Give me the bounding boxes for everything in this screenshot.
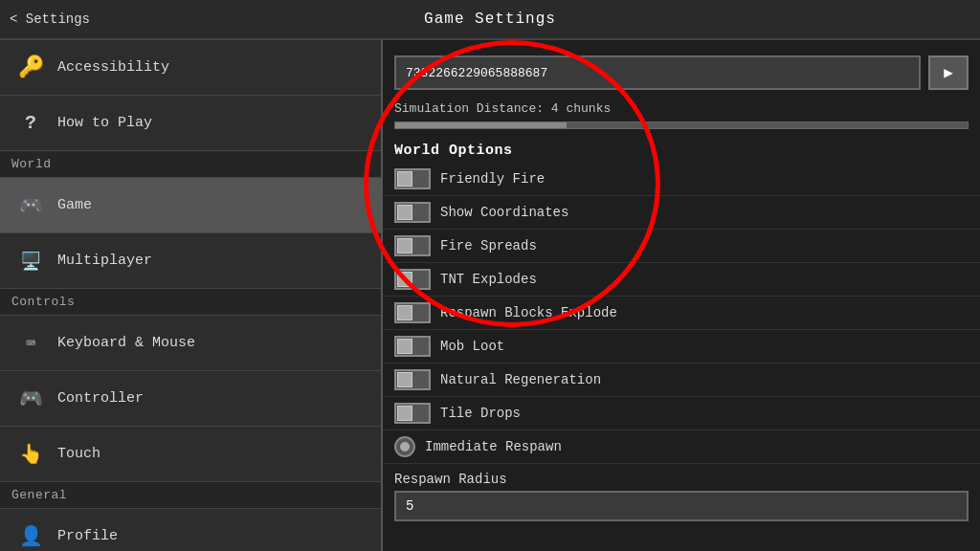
- sidebar-item-profile[interactable]: 👤 Profile: [0, 509, 381, 551]
- toggle-row-show-coordinates: Show Coordinates: [383, 196, 980, 230]
- respawn-blocks-explode-toggle[interactable]: [394, 302, 431, 323]
- sidebar-game-label: Game: [57, 197, 92, 213]
- sidebar-touch-label: Touch: [57, 446, 100, 462]
- tile-drops-toggle[interactable]: [394, 403, 431, 424]
- fire-spreads-label: Fire Spreads: [440, 238, 537, 253]
- show-coordinates-toggle[interactable]: [394, 202, 431, 223]
- touch-icon: 👆: [15, 439, 46, 470]
- sidebar-accessibility-label: Accessibility: [57, 59, 169, 76]
- toggle-row-mob-loot: Mob Loot: [383, 330, 980, 364]
- keyboard-icon: ⌨️: [15, 328, 46, 359]
- sidebar-section-world: World: [0, 151, 381, 178]
- tile-drops-label: Tile Drops: [440, 406, 521, 421]
- sidebar-section-general: General: [0, 482, 381, 509]
- main-layout: 🔑 Accessibility ? How to Play World 🎮 Ga…: [0, 40, 980, 551]
- sidebar-item-accessibility[interactable]: 🔑 Accessibility: [0, 40, 381, 96]
- toggle-row-fire-spreads: Fire Spreads: [383, 230, 980, 263]
- back-label: < Settings: [10, 11, 90, 27]
- tnt-explodes-toggle[interactable]: [394, 269, 431, 290]
- seed-input[interactable]: [394, 55, 921, 90]
- immediate-respawn-label: Immediate Respawn: [425, 439, 562, 454]
- mob-loot-toggle[interactable]: [394, 336, 431, 357]
- toggle-row-respawn-blocks-explode: Respawn Blocks Explode: [383, 297, 980, 330]
- sidebar-item-touch[interactable]: 👆 Touch: [0, 427, 381, 482]
- page-title: Game Settings: [0, 11, 980, 28]
- sidebar-section-controls: Controls: [0, 289, 381, 316]
- immediate-respawn-radio[interactable]: [394, 436, 415, 457]
- sim-distance-slider[interactable]: [394, 121, 969, 129]
- key-icon: 🔑: [15, 53, 46, 83]
- sidebar-controller-label: Controller: [57, 390, 144, 407]
- tnt-explodes-label: TNT Explodes: [440, 272, 537, 287]
- respawn-radius-input[interactable]: [394, 491, 969, 521]
- immediate-respawn-row: Immediate Respawn: [383, 430, 980, 464]
- sim-distance-fill: [395, 122, 567, 128]
- sidebar-item-controller[interactable]: 🎮 Controller: [0, 371, 381, 427]
- seed-row: ▶: [383, 48, 980, 98]
- mob-loot-label: Mob Loot: [440, 339, 504, 354]
- sidebar-item-multiplayer[interactable]: 🖥️ Multiplayer: [0, 233, 381, 289]
- sidebar: 🔑 Accessibility ? How to Play World 🎮 Ga…: [0, 40, 383, 551]
- sidebar-item-keyboard-mouse[interactable]: ⌨️ Keyboard & Mouse: [0, 316, 381, 371]
- controller-icon: 🎮: [15, 384, 46, 414]
- sidebar-item-game[interactable]: 🎮 Game: [0, 178, 381, 233]
- natural-regeneration-label: Natural Regeneration: [440, 372, 601, 387]
- sidebar-keyboard-label: Keyboard & Mouse: [57, 335, 195, 351]
- natural-regeneration-toggle[interactable]: [394, 369, 431, 390]
- respawn-blocks-explode-label: Respawn Blocks Explode: [440, 305, 617, 320]
- radio-inner: [400, 442, 410, 452]
- sidebar-item-how-to-play[interactable]: ? How to Play: [0, 96, 381, 151]
- multiplayer-icon: 🖥️: [15, 246, 46, 276]
- toggle-row-tile-drops: Tile Drops: [383, 397, 980, 430]
- title-bar: < Settings Game Settings: [0, 0, 980, 40]
- toggle-row-tnt-explodes: TNT Explodes: [383, 263, 980, 297]
- sidebar-how-to-play-label: How to Play: [57, 115, 152, 131]
- seed-arrow-button[interactable]: ▶: [928, 55, 969, 90]
- sim-distance-label: Simulation Distance: 4 chunks: [383, 98, 980, 120]
- toggle-row-natural-regeneration: Natural Regeneration: [383, 364, 980, 397]
- friendly-fire-toggle[interactable]: [394, 168, 431, 189]
- respawn-radius-label: Respawn Radius: [383, 464, 980, 491]
- question-icon: ?: [15, 108, 46, 139]
- sidebar-multiplayer-label: Multiplayer: [57, 253, 152, 269]
- fire-spreads-toggle[interactable]: [394, 235, 431, 256]
- friendly-fire-label: Friendly Fire: [440, 171, 545, 187]
- game-icon: 🎮: [15, 190, 46, 221]
- toggle-row-friendly-fire: Friendly Fire: [383, 163, 980, 196]
- content-area: ▶ Simulation Distance: 4 chunks World Op…: [383, 40, 980, 551]
- profile-icon: 👤: [15, 521, 46, 552]
- show-coordinates-label: Show Coordinates: [440, 205, 568, 220]
- back-button[interactable]: < Settings: [10, 11, 90, 27]
- sidebar-profile-label: Profile: [57, 528, 118, 544]
- world-options-label: World Options: [383, 135, 980, 163]
